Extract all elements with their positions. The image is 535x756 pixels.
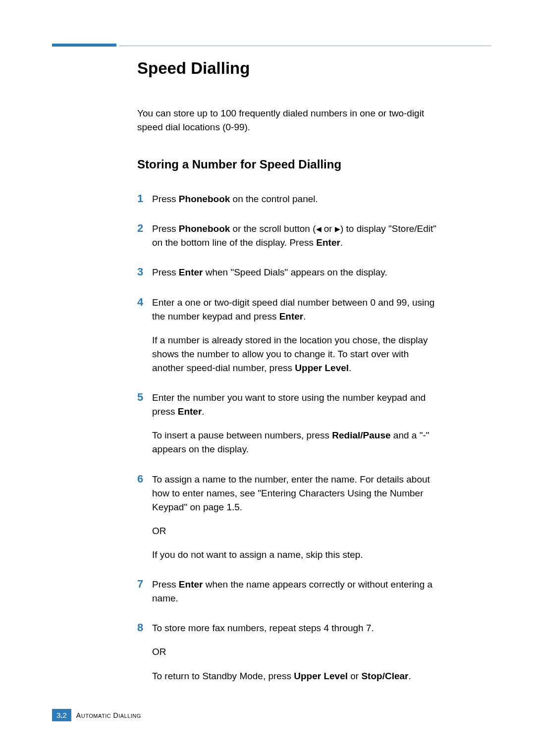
step-body: Enter the number you want to store using… — [152, 391, 441, 456]
text: or the scroll button ( — [230, 223, 316, 234]
text: . — [303, 311, 306, 322]
text: or — [321, 223, 335, 234]
keyword-enter: Enter — [179, 267, 203, 277]
step-7: 7 Press Enter when the name appears corr… — [137, 578, 441, 605]
keyword-upper-level: Upper Level — [295, 363, 349, 373]
or-text: OR — [152, 524, 441, 538]
intro-paragraph: You can store up to 100 frequently diale… — [137, 107, 441, 134]
text: . — [349, 363, 351, 373]
text: . — [340, 237, 343, 248]
header-rule — [52, 44, 491, 47]
keyword-redial-pause: Redial/Pause — [332, 430, 390, 440]
step-number: 1 — [137, 192, 152, 205]
keyword-enter: Enter — [279, 311, 304, 322]
text: UTOMATIC — [81, 713, 111, 719]
content-area: Speed Dialling You can store up to 100 f… — [137, 59, 441, 683]
text: To insert a pause between numbers, press — [152, 430, 332, 440]
text: Press — [152, 223, 179, 234]
step-5: 5 Enter the number you want to store usi… — [137, 391, 441, 456]
text: when "Speed Dials" appears on the displa… — [203, 267, 387, 277]
text: To assign a name to the number, enter th… — [152, 473, 441, 514]
text: on the control panel. — [230, 194, 318, 204]
step-8: 8 To store more fax numbers, repeat step… — [137, 621, 441, 683]
text: To return to Standby Mode, press — [152, 671, 294, 681]
keyword-upper-level: Upper Level — [294, 671, 348, 681]
step-1: 1 Press Phonebook on the control panel. — [137, 192, 441, 206]
rule-thick — [52, 44, 116, 47]
step-number: 2 — [137, 222, 152, 235]
keyword-enter: Enter — [179, 579, 203, 590]
step-3: 3 Press Enter when "Speed Dials" appears… — [137, 266, 441, 279]
page-number-box: 3.2 — [52, 709, 71, 721]
page-number: 2 — [63, 711, 67, 719]
or-text: OR — [152, 645, 441, 659]
step-4: 4 Enter a one or two-digit speed dial nu… — [137, 296, 441, 376]
text: Press — [152, 579, 179, 590]
step-number: 3 — [137, 266, 152, 278]
text: or — [348, 671, 361, 681]
text: D — [111, 711, 118, 719]
section-heading: Storing a Number for Speed Dialling — [137, 158, 441, 171]
keyword-enter: Enter — [178, 406, 202, 417]
text: If you do not want to assign a name, ski… — [152, 548, 441, 562]
step-2: 2 Press Phonebook or the scroll button (… — [137, 222, 441, 250]
text: IALLING — [118, 713, 141, 719]
step-body: Press Enter when the name appears correc… — [152, 578, 441, 605]
page-footer: 3.2 AUTOMATIC DIALLING — [52, 709, 141, 721]
keyword-phonebook: Phonebook — [179, 194, 230, 204]
step-number: 7 — [137, 578, 152, 591]
rule-thin — [119, 46, 491, 46]
text: To store more fax numbers, repeat steps … — [152, 621, 441, 635]
text: If a number is already stored in the loc… — [152, 335, 428, 373]
right-arrow-icon: ▶ — [335, 224, 340, 234]
step-number: 5 — [137, 391, 152, 404]
page-title: Speed Dialling — [137, 59, 441, 78]
step-number: 8 — [137, 621, 152, 634]
step-body: Press Phonebook on the control panel. — [152, 192, 441, 206]
text: . — [408, 671, 411, 681]
step-6: 6 To assign a name to the number, enter … — [137, 473, 441, 562]
footer-label: AUTOMATIC DIALLING — [76, 711, 141, 719]
step-body: Press Phonebook or the scroll button (◀ … — [152, 222, 441, 250]
step-number: 4 — [137, 296, 152, 309]
step-body: To store more fax numbers, repeat steps … — [152, 621, 441, 683]
step-body: Enter a one or two-digit speed dial numb… — [152, 296, 441, 376]
keyword-enter: Enter — [316, 237, 340, 248]
text: . — [202, 406, 204, 417]
keyword-stop-clear: Stop/Clear — [361, 671, 408, 681]
text: Press — [152, 267, 179, 277]
text: A — [76, 711, 81, 719]
text: Press — [152, 194, 179, 204]
step-number: 6 — [137, 473, 152, 486]
step-body: To assign a name to the number, enter th… — [152, 473, 441, 562]
keyword-phonebook: Phonebook — [179, 223, 230, 234]
left-arrow-icon: ◀ — [316, 224, 321, 234]
step-body: Press Enter when "Speed Dials" appears o… — [152, 266, 441, 279]
